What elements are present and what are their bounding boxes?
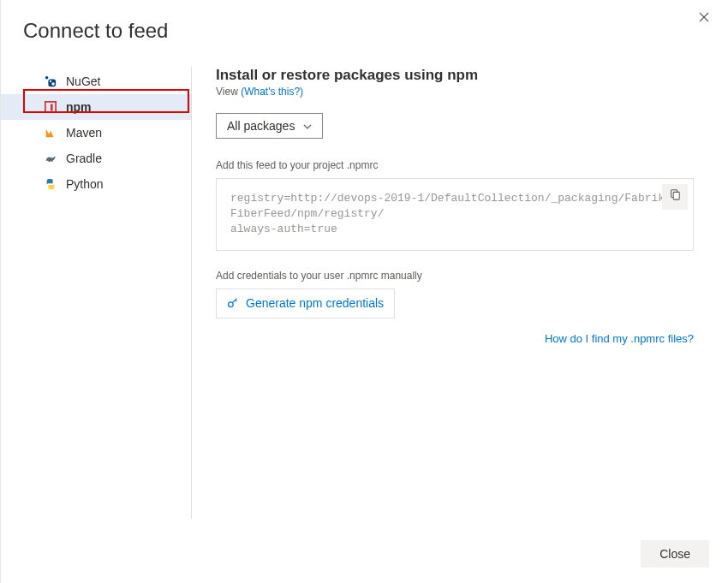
view-dropdown[interactable]: All packages: [216, 113, 323, 139]
main-heading: Install or restore packages using npm: [216, 67, 694, 84]
whats-this-link[interactable]: (What's this?): [241, 86, 303, 98]
dialog-title: Connect to feed: [1, 0, 728, 43]
nuget-icon: [44, 74, 57, 88]
find-npmrc-help-link[interactable]: How do I find my .npmrc files?: [545, 332, 694, 345]
svg-point-3: [51, 82, 55, 86]
svg-point-8: [229, 301, 234, 306]
svg-rect-7: [673, 192, 679, 199]
sidebar-item-python[interactable]: Python: [1, 171, 191, 197]
sidebar-item-gradle[interactable]: Gradle: [1, 146, 191, 171]
sidebar-item-label: Gradle: [66, 152, 102, 165]
sidebar-item-label: Python: [66, 177, 104, 191]
section-label-project-npmrc: Add this feed to your project .npmrc: [216, 159, 694, 171]
dropdown-value: All packages: [227, 119, 295, 133]
copy-icon: [669, 188, 681, 205]
maven-icon: [44, 126, 57, 140]
generate-credentials-button[interactable]: Generate npm credentials: [216, 289, 395, 318]
close-button[interactable]: Close: [641, 540, 709, 568]
chevron-down-icon: [303, 122, 312, 131]
python-icon: [44, 177, 57, 191]
svg-rect-5: [51, 104, 53, 111]
sidebar: NuGet npm Maven Gradle Python: [1, 67, 191, 519]
gradle-icon: [44, 152, 57, 165]
npm-icon: [44, 100, 57, 114]
sidebar-item-label: NuGet: [66, 74, 100, 88]
copy-button[interactable]: [662, 184, 688, 210]
sidebar-item-npm[interactable]: npm: [1, 94, 191, 120]
svg-point-2: [50, 80, 51, 82]
sidebar-item-label: Maven: [66, 126, 102, 140]
close-icon[interactable]: [692, 7, 716, 29]
main-content: Install or restore packages using npm Vi…: [192, 67, 728, 519]
generate-credentials-label: Generate npm credentials: [246, 296, 384, 310]
view-row: View (What's this?): [216, 86, 694, 98]
view-label: View: [216, 86, 238, 98]
sidebar-item-nuget[interactable]: NuGet: [1, 68, 191, 94]
sidebar-item-label: npm: [66, 100, 92, 114]
svg-rect-1: [48, 79, 56, 86]
key-icon: [227, 296, 239, 311]
code-line: registry=http://devops-2019-1/DefaultCol…: [230, 191, 679, 222]
section-label-user-npmrc: Add credentials to your user .npmrc manu…: [216, 270, 694, 282]
svg-point-0: [45, 76, 49, 80]
npmrc-code-box: registry=http://devops-2019-1/DefaultCol…: [216, 178, 694, 251]
code-line: always-auth=true: [230, 222, 679, 237]
sidebar-item-maven[interactable]: Maven: [1, 120, 191, 146]
